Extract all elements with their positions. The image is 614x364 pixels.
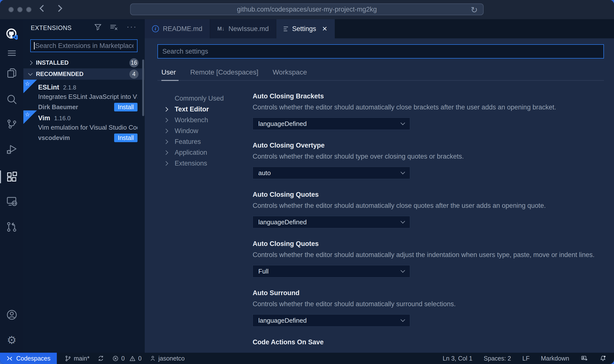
eol-setting[interactable]: LF: [522, 355, 529, 362]
scope-tab-user[interactable]: User: [161, 68, 176, 76]
install-button[interactable]: Install: [114, 103, 138, 111]
setting-description: Controls whether the editor should autom…: [253, 202, 604, 210]
scope-tab-workspace[interactable]: Workspace: [273, 68, 307, 76]
star-icon: [25, 80, 30, 87]
remote-indicator-icon: [6, 355, 13, 362]
tab-settings[interactable]: Settings: [276, 19, 335, 38]
window-minimize-button[interactable]: [17, 7, 23, 12]
extension-card-vim[interactable]: Vim 1.16.0 Vim emulation for Visual Stud…: [23, 110, 144, 141]
branch-status[interactable]: main*: [65, 355, 90, 362]
status-bar: Codespaces main* 0 0: [0, 353, 614, 364]
toc-features[interactable]: Features: [157, 136, 240, 147]
account-icon[interactable]: [0, 307, 23, 323]
window-close-button[interactable]: [8, 7, 14, 12]
indentation-setting[interactable]: Spaces: 2: [484, 355, 511, 362]
chevron-down-icon: [28, 71, 32, 76]
setting-description: Controls whether the editor should autom…: [253, 300, 604, 308]
settings-toc: Commonly Used Text Editor Workbench: [157, 91, 240, 353]
url-text: github.com/codespaces/user-my-project-mg…: [237, 6, 377, 13]
toc-extensions[interactable]: Extensions: [157, 158, 240, 169]
run-debug-icon[interactable]: [0, 142, 23, 157]
reload-icon[interactable]: [471, 5, 478, 15]
extensions-header: EXTENSIONS: [23, 19, 144, 36]
window-controls: [8, 7, 31, 12]
activity-bar: [0, 19, 23, 353]
problems-status[interactable]: 0 0: [112, 355, 142, 362]
warning-icon: [129, 355, 136, 362]
setting-title: Auto Closing Quotes: [253, 191, 604, 198]
scope-divider: [157, 80, 604, 81]
settings-gear-icon[interactable]: [0, 332, 23, 348]
setting-code-actions-on-save: Code Actions On Save: [253, 338, 604, 346]
remote-label: Codespaces: [16, 355, 50, 362]
sync-status[interactable]: [97, 355, 104, 362]
setting-dropdown[interactable]: auto: [253, 167, 410, 179]
feedback-icon[interactable]: [581, 355, 588, 362]
extension-author: Dirk Baeumer: [38, 104, 78, 111]
back-button[interactable]: [40, 5, 46, 12]
sidebar-scrollbar[interactable]: [142, 60, 144, 116]
extension-version: 1.16.0: [54, 115, 71, 122]
active-scope-indicator: [161, 80, 179, 81]
setting-auto-surround: Auto Surround Controls whether the edito…: [253, 289, 604, 327]
setting-dropdown[interactable]: languageDefined: [253, 118, 410, 130]
github-codespaces-logo[interactable]: [0, 26, 23, 42]
setting-dropdown[interactable]: languageDefined: [253, 314, 410, 327]
pull-request-icon[interactable]: [0, 219, 23, 235]
section-installed[interactable]: INSTALLED 16: [23, 57, 144, 68]
extension-card-eslint[interactable]: ESLint 2.1.8 Integrates ESLint JavaScrip…: [23, 80, 144, 110]
clear-extension-search-icon[interactable]: [110, 24, 118, 32]
chevron-right-icon: [164, 139, 168, 144]
install-button[interactable]: Install: [114, 134, 138, 142]
setting-dropdown[interactable]: Full: [253, 265, 410, 277]
remote-explorer-icon[interactable]: [0, 193, 23, 209]
tab-readme[interactable]: README.md: [145, 19, 210, 38]
toc-workbench[interactable]: Workbench: [157, 115, 240, 125]
toc-commonly-used[interactable]: Commonly Used: [157, 93, 240, 104]
codespaces-remote-button[interactable]: Codespaces: [0, 353, 57, 364]
dropdown-value: languageDefined: [258, 120, 307, 128]
filter-icon[interactable]: [94, 24, 102, 32]
user-status[interactable]: jasonetco: [150, 355, 185, 362]
setting-description: Controls whether the editor should autom…: [253, 104, 604, 111]
chevron-right-icon: [164, 161, 168, 166]
person-icon: [150, 355, 156, 362]
extensions-sidebar: EXTENSIONS: [23, 19, 145, 353]
forward-button[interactable]: [55, 5, 62, 12]
address-bar[interactable]: github.com/codespaces/user-my-project-mg…: [130, 3, 484, 15]
search-icon[interactable]: [0, 91, 23, 107]
tab-newissue[interactable]: NewIssue.md: [210, 19, 276, 38]
branch-name: main*: [74, 355, 90, 362]
tab-strip: README.md NewIssue.md Settings: [145, 19, 614, 38]
sync-icon: [97, 355, 104, 362]
extensions-search-box: [30, 39, 138, 52]
more-actions-icon[interactable]: [127, 25, 137, 31]
notifications-bell-icon[interactable]: [599, 355, 607, 362]
toc-text-editor[interactable]: Text Editor: [157, 104, 240, 115]
settings-editor: User Remote [Codespaces] Workspace Commo…: [145, 38, 614, 353]
section-recommended[interactable]: RECOMMENDED 4: [23, 68, 144, 80]
browser-nav: [41, 6, 61, 11]
extension-description: Integrates ESLint JavaScript into VS C..…: [38, 93, 138, 101]
toc-label: Workbench: [175, 116, 208, 124]
language-mode[interactable]: Markdown: [541, 355, 569, 362]
toc-application[interactable]: Application: [157, 147, 240, 158]
settings-entry-list: Auto Closing Brackets Controls whether t…: [240, 91, 604, 353]
toc-label: Text Editor: [175, 106, 209, 113]
settings-search-input[interactable]: [158, 45, 603, 58]
explorer-icon[interactable]: [0, 65, 23, 81]
menu-icon[interactable]: [0, 45, 23, 61]
extensions-search-input[interactable]: [31, 40, 137, 52]
toc-window[interactable]: Window: [157, 125, 240, 136]
extensions-icon[interactable]: [0, 169, 23, 185]
window-maximize-button[interactable]: [26, 7, 31, 12]
setting-dropdown[interactable]: languageDefined: [253, 216, 410, 228]
chevron-right-icon: [164, 107, 168, 111]
scope-tab-remote[interactable]: Remote [Codespaces]: [190, 68, 258, 76]
toc-label: Extensions: [175, 160, 207, 167]
extension-name: ESLint: [38, 84, 59, 91]
close-icon[interactable]: [322, 25, 327, 33]
browser-chrome: github.com/codespaces/user-my-project-mg…: [0, 0, 614, 19]
cursor-position[interactable]: Ln 3, Col 1: [443, 355, 472, 362]
source-control-icon[interactable]: [0, 116, 23, 132]
